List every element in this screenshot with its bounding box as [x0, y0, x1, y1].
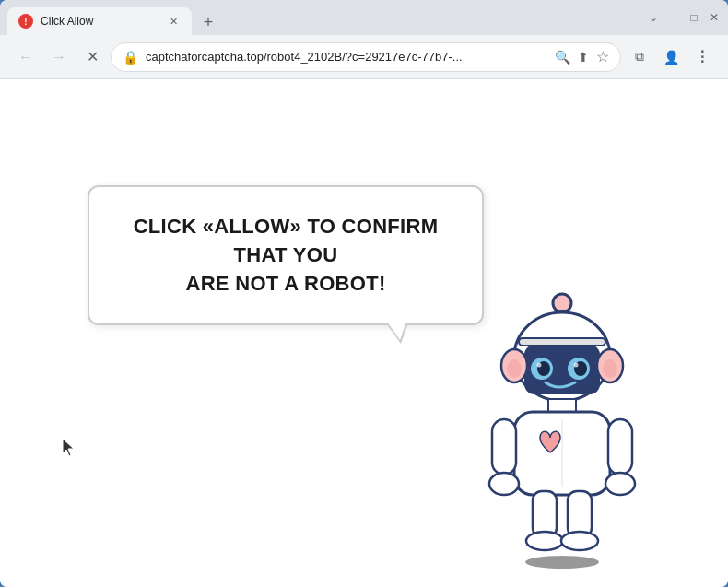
window-controls: ⌄ — □ ✕ — [647, 11, 721, 24]
svg-point-8 — [537, 363, 542, 368]
new-tab-button[interactable]: + — [195, 9, 221, 35]
robot-illustration — [470, 274, 654, 569]
browser-window: ! Click Allow ✕ + ⌄ — □ ✕ ← → ✕ 🔒 captch… — [0, 0, 728, 587]
svg-rect-21 — [608, 419, 632, 475]
bubble-text: CLICK «ALLOW» TO CONFIRM THAT YOU ARE NO… — [119, 213, 452, 298]
svg-point-11 — [574, 363, 579, 368]
svg-point-22 — [605, 473, 635, 495]
menu-button[interactable]: ⋮ — [687, 42, 717, 72]
svg-point-26 — [561, 532, 598, 550]
back-button[interactable]: ← — [11, 42, 41, 72]
maximize-button[interactable]: □ — [687, 11, 700, 24]
svg-point-20 — [489, 473, 519, 495]
bookmark-icon[interactable]: ☆ — [596, 48, 609, 65]
svg-rect-4 — [519, 338, 605, 346]
search-icon[interactable]: 🔍 — [555, 50, 570, 65]
address-text: captchaforcaptcha.top/robot4_2102B/?c=29… — [146, 50, 547, 64]
tab-title: Click Allow — [41, 15, 159, 28]
address-bar[interactable]: 🔒 captchaforcaptcha.top/robot4_2102B/?c=… — [111, 42, 621, 72]
title-bar: ! Click Allow ✕ + ⌄ — □ ✕ — [0, 0, 728, 35]
profile-button[interactable]: 👤 — [656, 42, 686, 72]
svg-rect-25 — [568, 491, 592, 537]
mouse-cursor — [63, 439, 74, 455]
minimize-button[interactable]: — — [667, 11, 680, 24]
close-button[interactable]: ✕ — [708, 11, 721, 24]
svg-point-15 — [603, 359, 617, 378]
speech-bubble: CLICK «ALLOW» TO CONFIRM THAT YOU ARE NO… — [88, 185, 484, 325]
svg-point-24 — [526, 532, 563, 550]
svg-point-14 — [507, 359, 522, 378]
toolbar-actions: ⧉ 👤 ⋮ — [625, 42, 717, 72]
tab-favicon: ! — [18, 14, 33, 29]
webpage-content: CLICK «ALLOW» TO CONFIRM THAT YOU ARE NO… — [0, 79, 728, 587]
active-tab[interactable]: ! Click Allow ✕ — [7, 7, 192, 35]
svg-rect-19 — [492, 419, 516, 475]
tab-strip: ! Click Allow ✕ + — [7, 0, 643, 35]
svg-marker-0 — [63, 439, 74, 456]
robot-shadow — [525, 556, 599, 569]
chevron-down-icon[interactable]: ⌄ — [647, 11, 660, 24]
sidebar-button[interactable]: ⧉ — [625, 42, 654, 72]
forward-button[interactable]: → — [44, 42, 74, 72]
toolbar: ← → ✕ 🔒 captchaforcaptcha.top/robot4_210… — [0, 35, 728, 79]
tab-close-button[interactable]: ✕ — [166, 14, 181, 29]
reload-button[interactable]: ✕ — [77, 42, 107, 72]
svg-rect-23 — [533, 491, 557, 537]
share-icon[interactable]: ⬆ — [578, 50, 589, 65]
lock-icon: 🔒 — [123, 50, 138, 65]
